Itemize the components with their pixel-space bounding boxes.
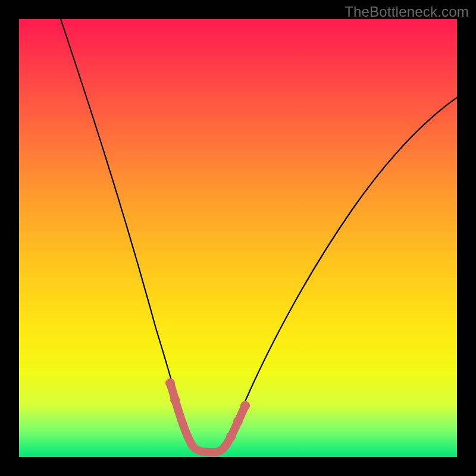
- marker-dot: [170, 395, 180, 405]
- watermark-text: TheBottleneck.com: [345, 4, 469, 20]
- plot-area: [19, 19, 457, 457]
- optimum-segment: [171, 385, 245, 452]
- marker-dot: [165, 378, 175, 388]
- chart-svg: [19, 19, 457, 457]
- marker-dot: [226, 432, 236, 441]
- bottleneck-curve: [55, 1, 476, 451]
- marker-dot: [240, 401, 250, 411]
- marker-dot: [233, 416, 243, 426]
- chart-frame: TheBottleneck.com: [0, 0, 476, 476]
